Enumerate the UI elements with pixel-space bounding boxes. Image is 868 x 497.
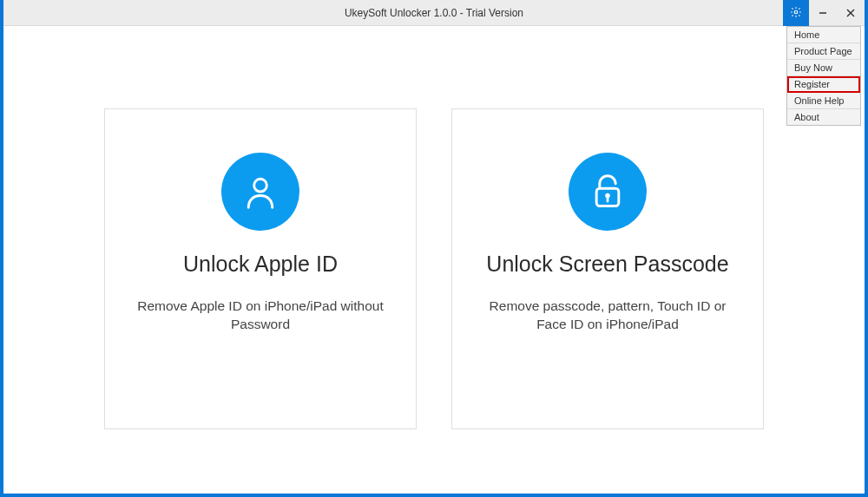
menu-item-product-page[interactable]: Product Page (787, 43, 860, 60)
card-title: Unlock Apple ID (183, 252, 338, 277)
gear-icon (790, 6, 802, 21)
card-description: Remove passcode, pattern, Touch ID or Fa… (473, 298, 742, 334)
menu-item-register[interactable]: Register (787, 76, 860, 93)
card-title: Unlock Screen Passcode (486, 252, 728, 277)
unlock-apple-id-card[interactable]: Unlock Apple ID Remove Apple ID on iPhon… (104, 108, 417, 429)
close-icon (846, 7, 855, 20)
menu-item-about[interactable]: About (787, 109, 860, 125)
window-controls (783, 0, 865, 26)
lock-icon (569, 153, 647, 231)
menu-item-buy-now[interactable]: Buy Now (787, 60, 860, 76)
minimize-icon (819, 7, 827, 20)
settings-menu: Home Product Page Buy Now Register Onlin… (786, 26, 861, 126)
svg-point-0 (794, 10, 798, 14)
svg-point-4 (254, 179, 267, 192)
minimize-button[interactable] (809, 0, 837, 26)
main-content: Unlock Apple ID Remove Apple ID on iPhon… (3, 26, 865, 429)
menu-item-online-help[interactable]: Online Help (787, 93, 860, 109)
window-title: UkeySoft Unlocker 1.0.0 - Trial Version (345, 7, 523, 19)
unlock-screen-passcode-card[interactable]: Unlock Screen Passcode Remove passcode, … (451, 108, 764, 429)
card-description: Remove Apple ID on iPhone/iPad without P… (126, 298, 395, 334)
settings-button[interactable] (783, 0, 809, 26)
titlebar: UkeySoft Unlocker 1.0.0 - Trial Version (3, 0, 865, 26)
person-icon (221, 153, 299, 231)
menu-item-home[interactable]: Home (787, 27, 860, 43)
close-button[interactable] (837, 0, 865, 26)
